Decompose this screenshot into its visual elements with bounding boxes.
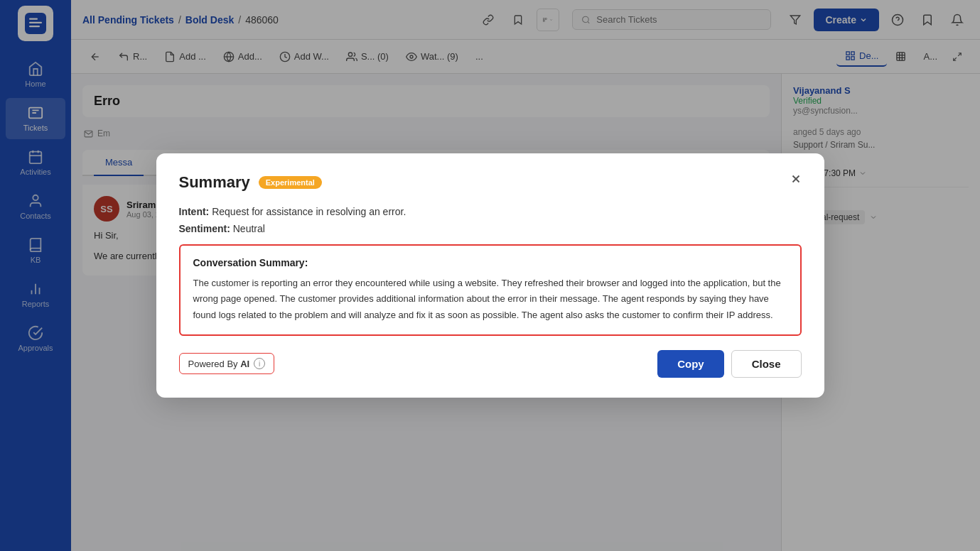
close-button[interactable]: Close <box>731 350 802 378</box>
footer-actions: Copy Close <box>657 350 801 378</box>
modal-footer: Powered By AI i Copy Close <box>179 350 802 378</box>
close-icon <box>790 173 802 185</box>
info-icon-btn[interactable]: i <box>254 358 265 369</box>
intent-line: Intent: Request for assistance in resolv… <box>179 206 802 217</box>
summary-modal: Summary Experimental Intent: Request for… <box>156 153 824 397</box>
modal-header: Summary Experimental <box>179 173 802 192</box>
conversation-text: The customer is reporting an error they … <box>193 276 787 322</box>
sentiment-line: Sentiment: Neutral <box>179 223 802 234</box>
powered-by-section: Powered By AI i <box>179 353 275 374</box>
conversation-box: Conversation Summary: The customer is re… <box>179 244 802 335</box>
modal-overlay: Summary Experimental Intent: Request for… <box>0 0 980 551</box>
conversation-title: Conversation Summary: <box>193 257 787 268</box>
modal-close-button[interactable] <box>785 168 807 190</box>
copy-button[interactable]: Copy <box>657 350 724 378</box>
powered-by-label: Powered By AI <box>188 359 250 369</box>
modal-body: Intent: Request for assistance in resolv… <box>179 206 802 335</box>
experimental-badge: Experimental <box>259 176 322 189</box>
modal-title: Summary <box>179 173 250 192</box>
